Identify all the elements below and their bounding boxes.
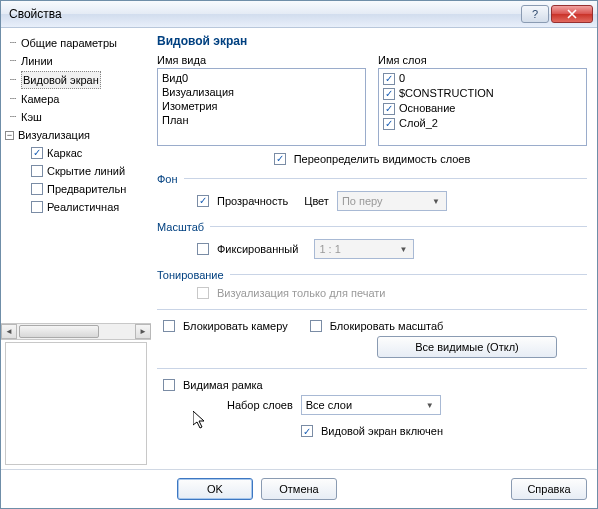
view-name-label: Имя вида <box>157 54 366 66</box>
list-item[interactable]: План <box>162 113 361 127</box>
checkbox-icon[interactable]: ✓ <box>31 147 43 159</box>
layer-item[interactable]: ✓$CONSTRUCTION <box>383 86 582 101</box>
tree-item-viewport[interactable]: ┄Видовой экран <box>5 70 149 90</box>
tree-preview-area <box>5 342 147 465</box>
window-title: Свойства <box>9 7 519 21</box>
checkbox-icon: ✓ <box>301 425 313 437</box>
tree-child[interactable]: ✓Каркас <box>5 144 149 162</box>
layer-name-label: Имя слоя <box>378 54 587 66</box>
category-tree-pane: ┄Общие параметры ┄Линии ┄Видовой экран ┄… <box>1 28 151 469</box>
color-combo[interactable]: По перу ▼ <box>337 191 447 211</box>
checkbox-icon[interactable]: ✓ <box>383 103 395 115</box>
page-title: Видовой экран <box>157 34 587 48</box>
scroll-left-icon[interactable]: ◄ <box>1 324 17 339</box>
visible-frame-checkbox[interactable]: Видимая рамка <box>163 379 263 391</box>
tree-item[interactable]: ┄Линии <box>5 52 149 70</box>
override-visibility-checkbox[interactable]: ✓ Переопределить видимость слоев <box>274 153 471 165</box>
checkbox-icon[interactable] <box>31 201 43 213</box>
checkbox-icon <box>163 379 175 391</box>
cancel-button[interactable]: Отмена <box>261 478 337 500</box>
collapse-icon[interactable]: − <box>5 131 14 140</box>
tree-child[interactable]: Реалистичная <box>5 198 149 216</box>
checkbox-icon <box>163 320 175 332</box>
scroll-right-icon[interactable]: ► <box>135 324 151 339</box>
all-visible-button[interactable]: Все видимые (Откл) <box>377 336 557 358</box>
checkbox-icon: ✓ <box>274 153 286 165</box>
view-name-list[interactable]: Вид0 Визуализация Изометрия План <box>157 68 366 146</box>
checkbox-icon[interactable] <box>31 165 43 177</box>
layer-item[interactable]: ✓0 <box>383 71 582 86</box>
layer-list[interactable]: ✓0 ✓$CONSTRUCTION ✓Основание ✓Слой_2 <box>378 68 587 146</box>
checkbox-icon[interactable]: ✓ <box>383 88 395 100</box>
dialog-footer: OK Отмена Справка <box>1 469 597 508</box>
tree-child[interactable]: Скрытие линий <box>5 162 149 180</box>
close-icon <box>567 9 577 19</box>
list-item[interactable]: Визуализация <box>162 85 361 99</box>
layer-set-combo[interactable]: Все слои ▼ <box>301 395 441 415</box>
content-pane: Видовой экран Имя вида Вид0 Визуализация… <box>151 28 597 469</box>
color-label: Цвет <box>304 195 329 207</box>
print-only-checkbox: Визуализация только для печати <box>197 287 385 299</box>
list-item[interactable]: Изометрия <box>162 99 361 113</box>
chevron-down-icon: ▼ <box>428 194 444 210</box>
transparency-checkbox[interactable]: ✓ Прозрачность <box>197 195 288 207</box>
toning-group-title: Тонирование <box>157 269 224 281</box>
close-button[interactable] <box>551 5 593 23</box>
fixed-scale-checkbox[interactable]: Фиксированный <box>197 243 298 255</box>
chevron-down-icon: ▼ <box>395 242 411 258</box>
category-tree[interactable]: ┄Общие параметры ┄Линии ┄Видовой экран ┄… <box>1 28 151 218</box>
checkbox-icon <box>197 287 209 299</box>
tree-item[interactable]: ┄Камера <box>5 90 149 108</box>
list-item[interactable]: Вид0 <box>162 71 361 85</box>
layer-item[interactable]: ✓Слой_2 <box>383 116 582 131</box>
ok-button[interactable]: OK <box>177 478 253 500</box>
bg-group-title: Фон <box>157 173 178 185</box>
tree-item[interactable]: ┄Кэш <box>5 108 149 126</box>
tree-item-visualization[interactable]: − Визуализация <box>5 126 149 144</box>
checkbox-icon[interactable] <box>31 183 43 195</box>
layer-set-label: Набор слоев <box>227 399 293 411</box>
chevron-down-icon: ▼ <box>422 398 438 414</box>
scale-group-title: Масштаб <box>157 221 204 233</box>
help-button-footer[interactable]: Справка <box>511 478 587 500</box>
titlebar: Свойства ? <box>1 1 597 28</box>
lock-camera-checkbox[interactable]: Блокировать камеру <box>163 320 288 332</box>
tree-child[interactable]: Предварительн <box>5 180 149 198</box>
properties-dialog: Свойства ? ┄Общие параметры ┄Линии ┄Видо… <box>0 0 598 509</box>
checkbox-icon[interactable]: ✓ <box>383 73 395 85</box>
tree-item[interactable]: ┄Общие параметры <box>5 34 149 52</box>
checkbox-icon <box>197 243 209 255</box>
help-button[interactable]: ? <box>521 5 549 23</box>
tree-h-scrollbar[interactable]: ◄ ► <box>1 323 151 340</box>
checkbox-icon: ✓ <box>197 195 209 207</box>
viewport-enabled-checkbox[interactable]: ✓ Видовой экран включен <box>301 425 443 437</box>
scale-combo[interactable]: 1 : 1 ▼ <box>314 239 414 259</box>
lock-scale-checkbox[interactable]: Блокировать масштаб <box>310 320 444 332</box>
checkbox-icon[interactable]: ✓ <box>383 118 395 130</box>
layer-item[interactable]: ✓Основание <box>383 101 582 116</box>
scroll-thumb[interactable] <box>19 325 99 338</box>
checkbox-icon <box>310 320 322 332</box>
